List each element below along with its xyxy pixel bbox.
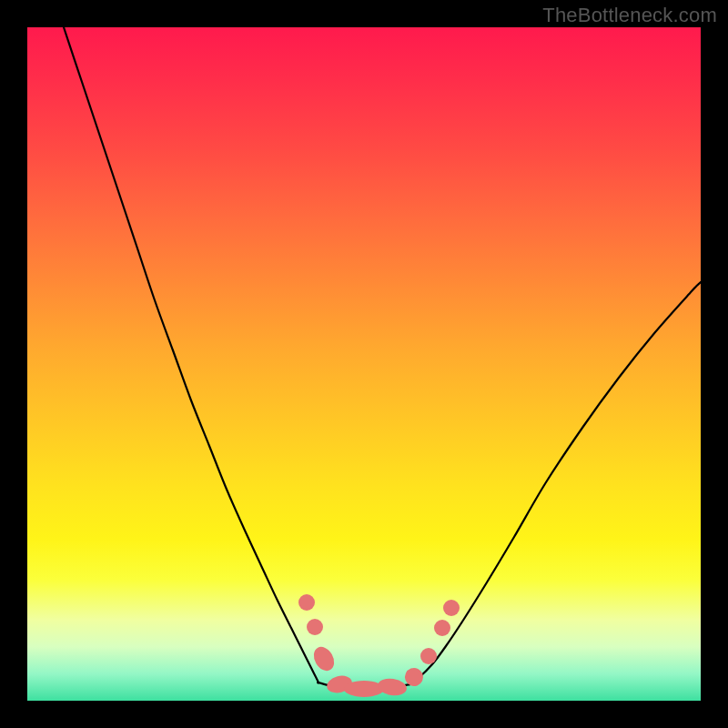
- data-marker-2: [309, 643, 338, 674]
- bottleneck-curve: [64, 27, 701, 689]
- data-marker-1: [307, 619, 323, 635]
- data-marker-0: [298, 594, 315, 611]
- chart-frame: TheBottleneck.com: [0, 0, 728, 728]
- plot-area: [27, 27, 701, 701]
- watermark-label: TheBottleneck.com: [542, 4, 717, 27]
- data-marker-8: [434, 620, 450, 636]
- data-marker-5: [377, 677, 408, 697]
- data-marker-7: [420, 648, 437, 664]
- data-marker-4: [344, 681, 384, 697]
- data-marker-9: [443, 600, 460, 616]
- chart-svg: [27, 27, 701, 701]
- markers-group: [298, 594, 460, 697]
